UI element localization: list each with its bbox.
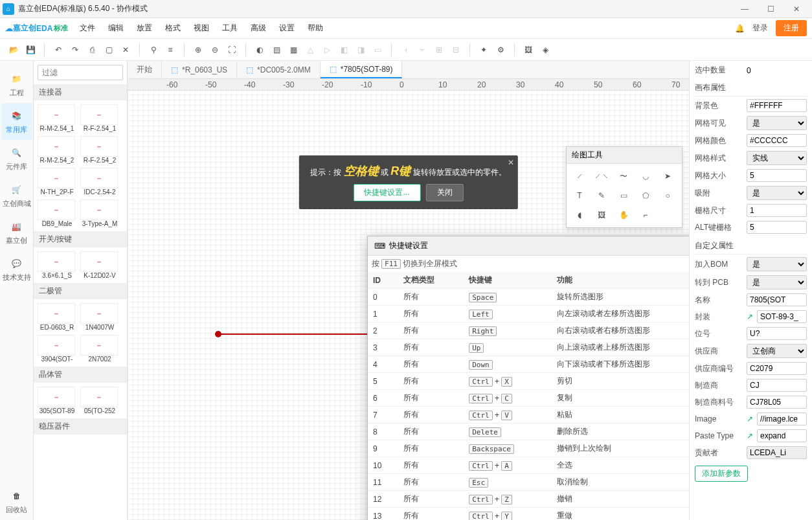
shortcut-row[interactable]: 4所有Down向下滚动或者下移所选图形 (368, 356, 689, 373)
nav-立创商城[interactable]: 🛒立创商城 (1, 177, 32, 214)
prop-input[interactable] (747, 169, 807, 182)
hint-close-icon[interactable]: ✕ (508, 158, 514, 167)
prop-input[interactable] (747, 379, 807, 392)
menu-视图[interactable]: 视图 (187, 20, 216, 36)
print-icon[interactable]: ⎙ (85, 43, 99, 57)
menu-高级[interactable]: 高级 (244, 20, 273, 36)
image-icon[interactable]: 🖼 (521, 43, 536, 57)
text-tool-icon[interactable]: T (570, 187, 589, 204)
wand-icon[interactable]: ✦ (477, 43, 491, 57)
save-icon[interactable]: 💾 (23, 43, 38, 57)
pen-tool-icon[interactable]: ✎ (592, 187, 611, 204)
filter-input[interactable] (38, 65, 123, 80)
prop-input[interactable] (747, 99, 807, 112)
distrib2-icon[interactable]: ⊟ (449, 43, 463, 57)
component[interactable]: ⎓R-F-2.54_1 (79, 103, 120, 133)
prop-select[interactable]: 是 (747, 275, 807, 289)
arc-tool-icon[interactable]: ◡ (637, 168, 655, 185)
component[interactable]: ⎓3.6×6.1_S (36, 250, 78, 280)
poly-tool-icon[interactable]: ⬠ (637, 187, 655, 204)
login-link[interactable]: 登录 (752, 23, 768, 34)
prop-input[interactable] (747, 446, 807, 459)
prop-select[interactable]: 是 (747, 116, 807, 130)
align2-icon[interactable]: ⫟ (415, 43, 429, 57)
nav-技术支持[interactable]: 💬技术支持 (1, 251, 32, 288)
corner-tool-icon[interactable]: ⌐ (637, 207, 655, 223)
component[interactable]: ⎓R-M-2.54_2 (36, 135, 78, 165)
shortcut-row[interactable]: 8所有Delete删除所选 (368, 424, 689, 440)
snapshot-icon[interactable]: ▢ (102, 43, 116, 57)
link-icon[interactable]: ↗ (747, 414, 753, 424)
shortcut-row[interactable]: 5所有Ctrl + X剪切 (368, 373, 689, 390)
play-icon[interactable]: ▷ (320, 43, 334, 57)
component[interactable]: ⎓R-F-2.54_2 (79, 135, 120, 165)
component[interactable]: ⎓1N4007W (79, 302, 120, 332)
tab[interactable]: ⬚*DC005-2.0MM (237, 61, 321, 78)
cross-icon[interactable]: ✕ (118, 43, 133, 57)
tool5-icon[interactable]: ◨ (354, 43, 368, 57)
shortcut-row[interactable]: 7所有Ctrl + V粘贴 (368, 407, 689, 424)
link-icon[interactable]: ↗ (747, 431, 753, 440)
prop-select[interactable]: 是 (747, 257, 807, 271)
shortcut-row[interactable]: 9所有Backspace撤销到上次绘制 (368, 440, 689, 457)
open-icon[interactable]: 📂 (6, 43, 21, 57)
close-button[interactable]: ✕ (784, 0, 809, 18)
prop-select[interactable]: 实线 (747, 151, 807, 165)
redo-icon[interactable]: ↷ (68, 43, 82, 57)
image-tool-icon[interactable]: 🖼 (592, 207, 611, 223)
zigzag-tool-icon[interactable]: ⟋⟍ (592, 168, 611, 185)
category[interactable]: 晶体管 (34, 367, 127, 383)
layers-icon[interactable]: ◈ (538, 43, 552, 57)
menu-编辑[interactable]: 编辑 (102, 20, 130, 36)
component[interactable]: ⎓2N7002 (79, 333, 120, 364)
prop-input[interactable] (757, 413, 807, 425)
menu-放置[interactable]: 放置 (130, 20, 159, 36)
curve-tool-icon[interactable]: 〜 (615, 168, 633, 185)
component[interactable]: ⎓3-Type-A_M (79, 198, 120, 229)
tool6-icon[interactable]: ▭ (370, 43, 385, 57)
prop-input[interactable] (747, 293, 807, 306)
menu-工具[interactable]: 工具 (216, 20, 244, 36)
nav-嘉立创[interactable]: 🏭嘉立创 (1, 214, 32, 251)
shortcut-row[interactable]: 0所有Space旋转所选图形 (368, 289, 689, 306)
prop-input[interactable] (747, 396, 807, 409)
hint-close-button[interactable]: 关闭 (426, 184, 464, 201)
nav-常用库[interactable]: 📚常用库 (1, 103, 32, 140)
category[interactable]: 二极管 (34, 283, 127, 299)
category[interactable]: 连接器 (34, 84, 127, 100)
prop-select[interactable]: 立创商 (747, 344, 807, 358)
prop-input[interactable] (757, 429, 807, 442)
zoom-in-icon[interactable]: ⊕ (191, 43, 205, 57)
list-icon[interactable]: ≡ (163, 43, 177, 57)
maximize-button[interactable]: ☐ (758, 0, 784, 18)
prop-select[interactable]: 是 (747, 186, 807, 200)
search-icon[interactable]: ⚲ (146, 43, 161, 57)
category[interactable]: 开关/按键 (34, 231, 127, 247)
link-icon[interactable]: ↗ (747, 312, 753, 321)
arrow-tool-icon[interactable]: ➤ (659, 168, 677, 185)
hint-shortcut-button[interactable]: 快捷键设置... (353, 184, 420, 201)
component[interactable]: ⎓K-12D02-V (79, 250, 120, 280)
shortcut-row[interactable]: 2所有Right向右滚动或者右移所选图形 (368, 322, 689, 339)
align-icon[interactable]: ⫞ (398, 43, 412, 57)
tab[interactable]: 开始 (128, 61, 162, 78)
pan-tool-icon[interactable]: ✋ (615, 207, 633, 223)
menu-格式[interactable]: 格式 (159, 20, 187, 36)
shortcut-row[interactable]: 6所有Ctrl + C复制 (368, 390, 689, 407)
tab[interactable]: ⬚*7805(SOT-89) (321, 61, 403, 78)
component[interactable]: ⎓R-M-2.54_1 (36, 103, 78, 133)
add-param-button[interactable]: 添加新参数 (695, 466, 748, 482)
component[interactable]: ⎓DB9_Male (36, 198, 78, 229)
rect-tool-icon[interactable]: ▭ (615, 187, 633, 204)
prop-input[interactable] (747, 362, 807, 375)
component[interactable]: ⎓N-TH_2P-F (36, 166, 78, 197)
undo-icon[interactable]: ↶ (51, 43, 65, 57)
menu-文件[interactable]: 文件 (73, 20, 102, 36)
shortcut-row[interactable]: 10所有Ctrl + A全选 (368, 457, 689, 474)
fit-icon[interactable]: ⛶ (225, 43, 239, 57)
nav-工程[interactable]: 📁工程 (1, 66, 32, 103)
halfcircle-tool-icon[interactable]: ◖ (570, 207, 589, 223)
shortcut-row[interactable]: 13所有Ctrl + Y重做 (368, 508, 689, 521)
gear-icon[interactable]: ⚙ (493, 43, 508, 57)
prop-input[interactable] (747, 204, 807, 217)
